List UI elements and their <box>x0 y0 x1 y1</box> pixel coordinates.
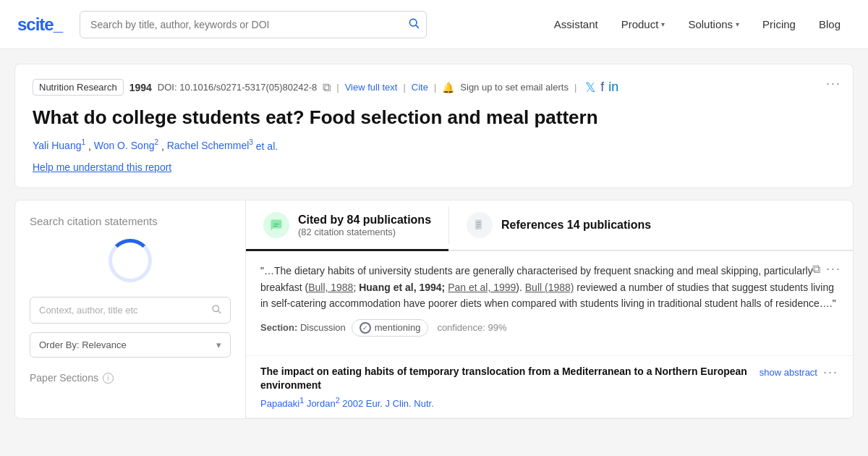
svg-line-3 <box>218 311 220 313</box>
svg-line-1 <box>416 25 419 28</box>
view-full-text-link[interactable]: View full text <box>345 82 398 93</box>
sidebar-search-title: Search citation statements <box>30 215 231 227</box>
search-input[interactable] <box>80 11 427 38</box>
bell-icon: 🔔 <box>442 82 454 93</box>
twitter-icon[interactable]: 𝕏 <box>585 80 596 96</box>
citation-link-2[interactable]: Pan et al, 1999 <box>448 282 516 293</box>
linkedin-icon[interactable]: in <box>608 80 618 95</box>
search-small-icon <box>211 304 221 316</box>
related-paper-authors: Papadaki1 Jordan2 2002 Eur. J Clin. Nutr… <box>260 396 760 409</box>
nav-product[interactable]: Product ▾ <box>611 12 676 36</box>
nav-links: Assistant Product ▾ Solutions ▾ Pricing … <box>544 12 851 36</box>
order-by-dropdown[interactable]: Order By: Relevance ▾ <box>30 332 231 358</box>
cited-by-main-text: Cited by 84 publications <box>298 214 431 227</box>
main-content: ··· Nutrition Research 1994 DOI: 10.1016… <box>0 49 868 456</box>
author-1[interactable]: Yali Huang1 <box>33 140 88 151</box>
help-understand-link[interactable]: Help me understand this report <box>33 161 171 173</box>
related-author-1[interactable]: Papadaki1 <box>260 398 307 409</box>
author-3[interactable]: Rachel Schemmel3 <box>167 140 256 151</box>
paper-title: What do college students eat? Food selec… <box>33 106 835 130</box>
bottom-section: Search citation statements Context, auth… <box>14 200 854 419</box>
paper-sections-info-icon[interactable]: i <box>103 373 114 384</box>
citation-card-actions: ⧉ ··· <box>812 261 841 276</box>
cited-by-sub-text: (82 citation statements) <box>298 227 431 237</box>
social-icons: 𝕏 f in <box>585 80 618 96</box>
product-chevron-icon: ▾ <box>661 20 665 28</box>
journal-badge: Nutrition Research <box>33 79 124 96</box>
citation-search-box[interactable]: Context, author, title etc <box>30 297 231 324</box>
site-logo: scite_ <box>17 14 62 35</box>
paper-meta: Nutrition Research 1994 DOI: 10.1016/s02… <box>33 79 835 96</box>
tab-cited-by[interactable]: Cited by 84 publications (82 citation st… <box>246 200 448 250</box>
cite-link[interactable]: Cite <box>412 82 428 93</box>
related-paper-row: The impact on eating habits of temporary… <box>246 356 853 419</box>
alert-text: Sign up to set email alerts <box>460 82 569 93</box>
paper-more-options[interactable]: ··· <box>826 76 841 91</box>
tab-references[interactable]: References 14 publications <box>449 200 668 250</box>
nav-pricing[interactable]: Pricing <box>752 12 806 36</box>
loading-spinner <box>109 239 152 282</box>
order-chevron-icon: ▾ <box>216 339 221 350</box>
citation-link-3[interactable]: Bull (1988) <box>525 282 574 293</box>
paper-card: ··· Nutrition Research 1994 DOI: 10.1016… <box>14 64 854 188</box>
related-paper-title: The impact on eating habits of temporary… <box>260 365 760 393</box>
order-by-label: Order By: Relevance <box>39 339 127 350</box>
related-author-2[interactable]: Jordan2 <box>307 398 342 409</box>
citation-more-icon[interactable]: ··· <box>826 261 841 276</box>
references-icon <box>467 212 493 238</box>
tabs-row: Cited by 84 publications (82 citation st… <box>246 200 853 251</box>
right-panel: Cited by 84 publications (82 citation st… <box>246 200 854 419</box>
citation-card: ⧉ ··· "…The dietary habits of university… <box>246 251 853 355</box>
section-badge: Section: Discussion ✓ mentioning confide… <box>260 319 838 337</box>
solutions-chevron-icon: ▾ <box>736 20 739 28</box>
paper-doi: DOI: 10.1016/s0271-5317(05)80242-8 <box>158 82 317 93</box>
paper-authors: Yali Huang1 , Won O. Song2 , Rachel Sche… <box>33 139 835 152</box>
related-paper-more-icon[interactable]: ··· <box>823 365 838 380</box>
confidence-text: confidence: 99% <box>437 322 506 333</box>
mention-dot-icon: ✓ <box>359 322 371 334</box>
nav-blog[interactable]: Blog <box>809 12 851 36</box>
copy-icon[interactable]: ⧉ <box>812 263 820 276</box>
search-button[interactable] <box>408 17 420 32</box>
paper-year: 1994 <box>129 82 152 93</box>
citation-text: "…The dietary habits of university stude… <box>260 263 838 311</box>
copy-doi-icon[interactable]: ⧉ <box>323 81 331 94</box>
facebook-icon[interactable]: f <box>600 80 604 95</box>
nav-assistant[interactable]: Assistant <box>544 12 608 36</box>
cited-by-icon <box>263 212 289 238</box>
citation-search-placeholder: Context, author, title etc <box>39 305 138 316</box>
mentioning-badge: ✓ mentioning <box>352 319 429 337</box>
author-2[interactable]: Won O. Song2 <box>94 140 161 151</box>
et-al-link[interactable]: et al. <box>256 140 278 151</box>
left-sidebar: Search citation statements Context, auth… <box>14 200 246 419</box>
paper-sections: Paper Sections i <box>30 372 231 384</box>
nav-solutions[interactable]: Solutions ▾ <box>678 12 749 36</box>
references-main-text: References 14 publications <box>501 219 651 232</box>
search-bar <box>80 11 427 38</box>
navbar: scite_ Assistant Product ▾ Solutions ▾ P… <box>0 0 868 49</box>
citation-link-1[interactable]: Bull, 1988 <box>308 282 353 293</box>
show-abstract-button[interactable]: show abstract <box>760 367 817 378</box>
